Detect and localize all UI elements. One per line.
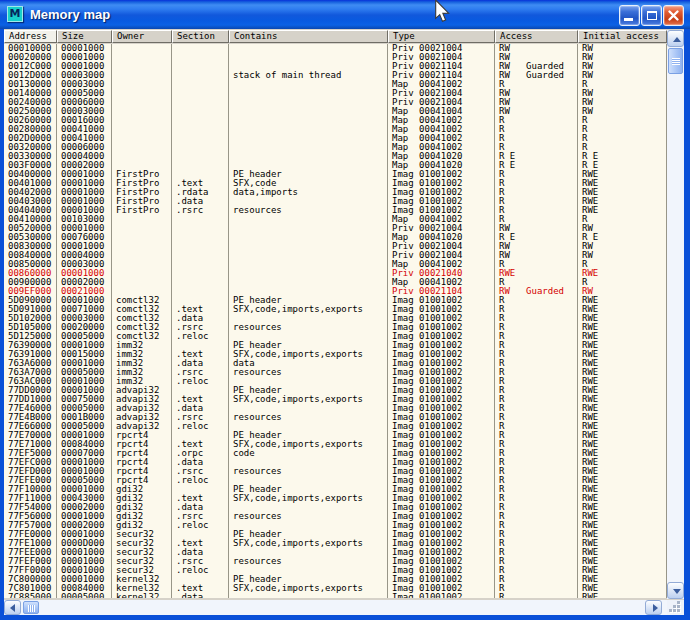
- cell-type: Map 00041020: [388, 152, 495, 161]
- table-row[interactable]: 77FE10000000D000secur32.textSFX,code,imp…: [4, 539, 667, 548]
- cell-contains: [229, 503, 388, 512]
- table-row[interactable]: 0025000000003000Map 00041004RWRW: [4, 107, 667, 116]
- table-row[interactable]: 0041000000103000Map 00041002RR: [4, 215, 667, 224]
- table-row[interactable]: 77F1100000043000gdi32.textSFX,code,impor…: [4, 494, 667, 503]
- table-row[interactable]: 0002000000001000Priv 00021004RWRW: [4, 53, 667, 62]
- table-row[interactable]: 0040300000001000FirstPro.dataImag 010010…: [4, 197, 667, 206]
- cell-owner: comctl32: [112, 314, 172, 323]
- vertical-scroll-thumb[interactable]: [668, 48, 683, 74]
- table-row[interactable]: 5D09100000071000comctl32.textSFX,code,im…: [4, 305, 667, 314]
- scroll-up-icon: [673, 37, 681, 42]
- cell-contains: SFX,code,imports,exports: [229, 395, 388, 404]
- table-row[interactable]: 0040400000001000FirstPro.rsrcresourcesIm…: [4, 206, 667, 215]
- horizontal-scrollbar[interactable]: [4, 600, 684, 615]
- table-row[interactable]: 0053000000076000Map 00041020R ER E: [4, 233, 667, 242]
- table-row[interactable]: 003F000000002000Map 00041020R ER E: [4, 161, 667, 170]
- table-row[interactable]: 7639100000015000imm32.textSFX,code,impor…: [4, 350, 667, 359]
- table-row[interactable]: 77E4600000005000advapi32.dataImag 010010…: [4, 404, 667, 413]
- table-row[interactable]: 0040000000001000FirstProPE headerImag 01…: [4, 170, 667, 179]
- table-row[interactable]: 77FEE00000001000secur32.dataImag 0100100…: [4, 548, 667, 557]
- table-row[interactable]: 7C80100000084000kernel32.textSFX,code,im…: [4, 584, 667, 593]
- resize-grip[interactable]: [667, 600, 684, 615]
- maximize-button[interactable]: [641, 5, 662, 26]
- table-row[interactable]: 77E6600000005000advapi32.relocImag 01001…: [4, 422, 667, 431]
- table-row[interactable]: 0085000000003000Map 00041002RR: [4, 260, 667, 269]
- table-row[interactable]: 77F1000000001000gdi32PE headerImag 01001…: [4, 485, 667, 494]
- vertical-scrollbar[interactable]: [667, 30, 684, 599]
- table-row[interactable]: 77DD100000075000advapi32.textSFX,code,im…: [4, 395, 667, 404]
- table-header: AddressSizeOwnerSectionContainsTypeAcces…: [4, 30, 667, 43]
- table-row[interactable]: 5D10200000003000comctl32.dataImag 010010…: [4, 314, 667, 323]
- table-row[interactable]: 0084000000004000Priv 00021004RWRW: [4, 251, 667, 260]
- table-row[interactable]: 77EF500000007000rpcrt4.orpccodeImag 0100…: [4, 449, 667, 458]
- table-row[interactable]: 77EFE00000005000rpcrt4.relocImag 0100100…: [4, 476, 667, 485]
- minimize-button[interactable]: [619, 5, 640, 26]
- table-row[interactable]: 009EF00000021000Priv 00021104RW GuardedR…: [4, 287, 667, 296]
- column-header-contains[interactable]: Contains: [229, 30, 388, 43]
- cell-address: 77F11000: [4, 494, 57, 503]
- scroll-left-button[interactable]: [4, 600, 21, 615]
- column-header-access[interactable]: Access: [495, 30, 578, 43]
- cell-access: R: [495, 431, 578, 440]
- table-row[interactable]: 0028000000041000Map 00041002RR: [4, 125, 667, 134]
- table-row[interactable]: 002D000000041000Map 00041002RR: [4, 134, 667, 143]
- scroll-down-button[interactable]: [667, 582, 684, 599]
- table-row[interactable]: 77FF000000001000secur32.relocImag 010010…: [4, 566, 667, 575]
- table-row[interactable]: 77FEF00000001000secur32.rsrcresourcesIma…: [4, 557, 667, 566]
- table-row[interactable]: 0024000000006000Priv 00021004RWRW: [4, 98, 667, 107]
- cell-section: [172, 152, 229, 161]
- table-row[interactable]: 77EFC00000001000rpcrt4.dataImag 01001002…: [4, 458, 667, 467]
- table-row[interactable]: 0052000000001000Priv 00021004RWRW: [4, 224, 667, 233]
- cell-initial-access: R: [578, 134, 667, 143]
- table-row[interactable]: 763AC00000001000imm32.relocImag 01001002…: [4, 377, 667, 386]
- close-button[interactable]: [663, 5, 684, 26]
- scroll-right-button[interactable]: [645, 600, 662, 615]
- table-row[interactable]: 5D10500000020000comctl32.rsrcresourcesIm…: [4, 323, 667, 332]
- table-row[interactable]: 77F5600000001000gdi32.rsrcresourcesImag …: [4, 512, 667, 521]
- titlebar[interactable]: M Memory map: [0, 0, 690, 29]
- table-row[interactable]: 0012C00000001000Priv 00021104RW GuardedR…: [4, 62, 667, 71]
- table-row[interactable]: 7C80000000001000kernel32PE headerImag 01…: [4, 575, 667, 584]
- table-row[interactable]: 77E4B0000001B000advapi32.rsrcresourcesIm…: [4, 413, 667, 422]
- table-row[interactable]: 7639000000001000imm32PE headerImag 01001…: [4, 341, 667, 350]
- cell-type: Imag 01001002: [388, 323, 495, 332]
- column-header-owner[interactable]: Owner: [112, 30, 172, 43]
- table-row[interactable]: 0013000000003000Map 00041002RR: [4, 80, 667, 89]
- table-row[interactable]: 5D12500000005000comctl32.relocImag 01001…: [4, 332, 667, 341]
- table-row[interactable]: 0026000000016000Map 00041002RR: [4, 116, 667, 125]
- horizontal-scroll-thumb[interactable]: [23, 601, 39, 614]
- table-row[interactable]: 77E7100000084000rpcrt4.textSFX,code,impo…: [4, 440, 667, 449]
- column-header-type[interactable]: Type: [388, 30, 495, 43]
- cell-owner: [112, 53, 172, 62]
- column-header-initial-access[interactable]: Initial access: [578, 30, 667, 43]
- table-row[interactable]: 77F5700000002000gdi32.relocImag 01001002…: [4, 521, 667, 530]
- column-header-section[interactable]: Section: [172, 30, 229, 43]
- table-row[interactable]: 0040100000001000FirstPro.textSFX,codeIma…: [4, 179, 667, 188]
- table-row[interactable]: 7C88500000005000kernel32.dataImag 010010…: [4, 593, 667, 598]
- table-row[interactable]: 763A700000005000imm32.rsrcresourcesImag …: [4, 368, 667, 377]
- table-row[interactable]: 77EFD00000001000rpcrt4.rsrcresourcesImag…: [4, 467, 667, 476]
- column-header-size[interactable]: Size: [57, 30, 112, 43]
- table-row[interactable]: 0001000000001000Priv 00021004RWRW: [4, 44, 667, 53]
- table-row[interactable]: 0083000000001000Priv 00021004RWRW: [4, 242, 667, 251]
- table-row[interactable]: 763A600000001000imm32.datadataImag 01001…: [4, 359, 667, 368]
- table-row[interactable]: 0032000000006000Map 00041002RR: [4, 143, 667, 152]
- cell-contains: [229, 116, 388, 125]
- table-row[interactable]: 77DD000000001000advapi32PE headerImag 01…: [4, 386, 667, 395]
- table-row[interactable]: 0086000000001000Priv 00021040RWERWE: [4, 269, 667, 278]
- table-row[interactable]: 5D09000000001000comctl32PE headerImag 01…: [4, 296, 667, 305]
- scroll-up-button[interactable]: [667, 30, 684, 47]
- app-icon[interactable]: M: [7, 6, 23, 22]
- table-row[interactable]: 77FE000000001000secur32PE headerImag 010…: [4, 530, 667, 539]
- memory-map-table[interactable]: 0001000000001000Priv 00021004RWRW0002000…: [4, 44, 667, 598]
- table-row[interactable]: 77E7000000001000rpcrt4PE headerImag 0100…: [4, 431, 667, 440]
- table-row[interactable]: 77F5400000002000gdi32.dataImag 01001002R…: [4, 503, 667, 512]
- table-row[interactable]: 0033000000004000Map 00041020R ER E: [4, 152, 667, 161]
- table-row[interactable]: 0012D00000003000stack of main threadPriv…: [4, 71, 667, 80]
- table-row[interactable]: 0014000000005000Priv 00021004RWRW: [4, 89, 667, 98]
- cell-address: 77EFC000: [4, 458, 57, 467]
- cell-access: R: [495, 449, 578, 458]
- table-row[interactable]: 0090000000002000Map 00041002RR: [4, 278, 667, 287]
- column-header-address[interactable]: Address: [4, 30, 57, 43]
- table-row[interactable]: 0040200000001000FirstPro.rdatadata,impor…: [4, 188, 667, 197]
